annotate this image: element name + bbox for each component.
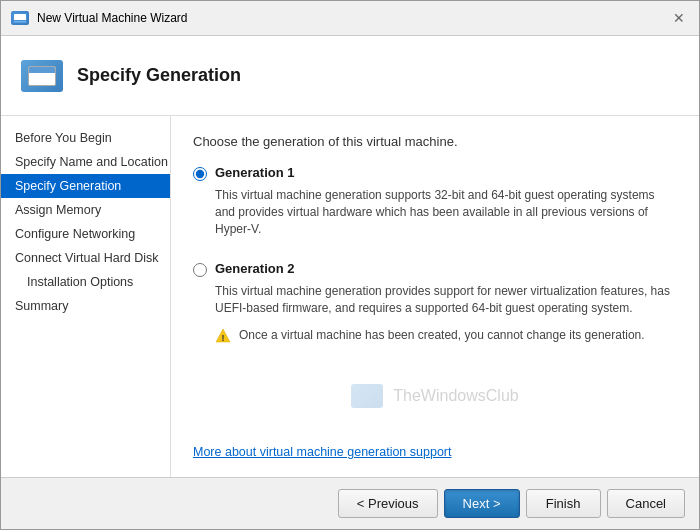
header-icon — [21, 60, 63, 92]
generation2-option-group: Generation 2 This virtual machine genera… — [193, 261, 677, 344]
sidebar: Before You Begin Specify Name and Locati… — [1, 116, 171, 477]
svg-rect-2 — [14, 21, 26, 23]
generation2-radio-row: Generation 2 — [193, 261, 677, 277]
sidebar-item-specify-generation[interactable]: Specify Generation — [1, 174, 170, 198]
titlebar-icon — [11, 11, 29, 25]
watermark-content: TheWindowsClub — [351, 384, 518, 408]
content: Before You Begin Specify Name and Locati… — [1, 116, 699, 477]
generation1-label: Generation 1 — [215, 165, 294, 180]
sidebar-item-specify-name[interactable]: Specify Name and Location — [1, 150, 170, 174]
next-button[interactable]: Next > — [444, 489, 520, 518]
watermark-logo-icon — [351, 384, 383, 408]
header-title: Specify Generation — [77, 65, 241, 86]
window-title: New Virtual Machine Wizard — [37, 11, 188, 25]
cancel-button[interactable]: Cancel — [607, 489, 685, 518]
sidebar-item-configure-networking[interactable]: Configure Networking — [1, 222, 170, 246]
generation1-radio[interactable] — [193, 167, 207, 181]
sidebar-item-assign-memory[interactable]: Assign Memory — [1, 198, 170, 222]
main-description: Choose the generation of this virtual ma… — [193, 134, 677, 149]
window: New Virtual Machine Wizard ✕ Specify Gen… — [0, 0, 700, 530]
more-link-container: More about virtual machine generation su… — [193, 434, 677, 459]
titlebar: New Virtual Machine Wizard ✕ — [1, 1, 699, 36]
generation1-description: This virtual machine generation supports… — [215, 187, 677, 237]
sidebar-item-summary[interactable]: Summary — [1, 294, 170, 318]
warning-icon: ! — [215, 328, 231, 344]
header-icon-inner — [28, 66, 56, 86]
warning-row: ! Once a virtual machine has been create… — [215, 327, 677, 344]
sidebar-item-before-you-begin[interactable]: Before You Begin — [1, 126, 170, 150]
generation2-radio[interactable] — [193, 263, 207, 277]
warning-text: Once a virtual machine has been created,… — [239, 327, 645, 344]
watermark-text: TheWindowsClub — [393, 387, 518, 405]
sidebar-item-installation-options[interactable]: Installation Options — [1, 270, 170, 294]
svg-rect-1 — [14, 14, 26, 20]
titlebar-left: New Virtual Machine Wizard — [11, 11, 188, 25]
close-button[interactable]: ✕ — [669, 8, 689, 28]
sidebar-item-connect-hard-disk[interactable]: Connect Virtual Hard Disk — [1, 246, 170, 270]
header: Specify Generation — [1, 36, 699, 116]
more-link[interactable]: More about virtual machine generation su… — [193, 445, 451, 459]
generation1-option-group: Generation 1 This virtual machine genera… — [193, 165, 677, 247]
main-content: Choose the generation of this virtual ma… — [171, 116, 699, 477]
svg-text:!: ! — [222, 332, 225, 342]
watermark: TheWindowsClub — [193, 358, 677, 434]
finish-button[interactable]: Finish — [526, 489, 601, 518]
generation2-label: Generation 2 — [215, 261, 294, 276]
footer: < Previous Next > Finish Cancel — [1, 477, 699, 529]
generation1-radio-row: Generation 1 — [193, 165, 677, 181]
generation2-description: This virtual machine generation provides… — [215, 283, 677, 317]
previous-button[interactable]: < Previous — [338, 489, 438, 518]
